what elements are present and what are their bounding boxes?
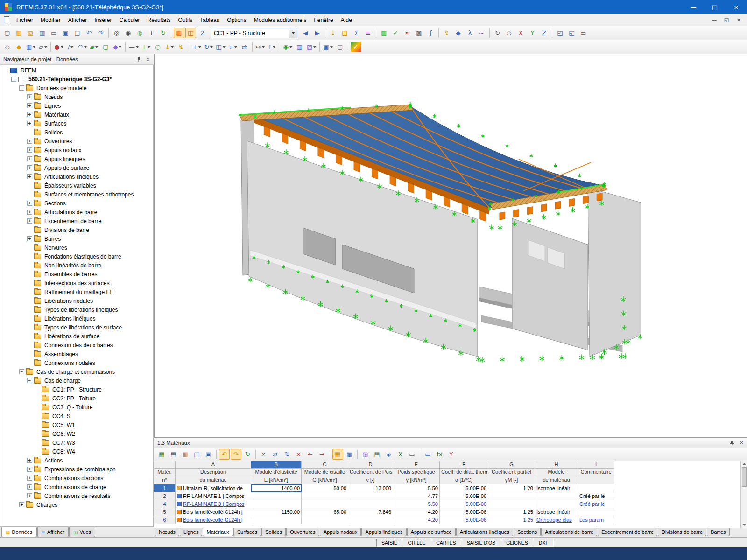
redo-icon[interactable]: ↷	[95, 28, 106, 38]
excel-export-icon[interactable]: X	[395, 449, 406, 460]
imperfection-tool-icon[interactable]: ↯	[176, 42, 186, 52]
cell-F[interactable]: 5.00E-06	[440, 492, 488, 500]
add-modules-icon[interactable]: ◆	[453, 28, 464, 38]
menu-resultats[interactable]: Résultats	[144, 15, 175, 25]
column-letter-A[interactable]: A	[176, 461, 251, 469]
table-tab-solides[interactable]: Solides	[261, 528, 286, 536]
table-tab-n-uds[interactable]: Nœuds	[155, 528, 179, 536]
cell-H[interactable]	[535, 500, 578, 508]
menu-outils[interactable]: Outils	[175, 15, 197, 25]
table-row-material-5[interactable]: 5Bois lamellé-collé GL24h |1150.0065.007…	[154, 508, 747, 516]
navigator-tab-afficher[interactable]: ≡Afficher	[37, 527, 69, 537]
tree-item-liberations-nodales[interactable]: Libérations nodales	[0, 296, 153, 305]
cell-H[interactable]: Isotrope linéair	[535, 484, 578, 492]
dropdown-caret-icon[interactable]	[262, 46, 265, 48]
calculate-all-icon[interactable]: ▦	[379, 28, 389, 38]
cell-C[interactable]	[302, 492, 348, 500]
dropdown-caret-icon[interactable]	[95, 46, 98, 48]
tree-item-cc3-q-toiture[interactable]: CC3: Q - Toiture	[0, 403, 153, 412]
cell-D[interactable]: 7.846	[348, 508, 393, 516]
cell-F[interactable]: 5.00E-06	[440, 500, 488, 508]
tree-item-cc4-s[interactable]: CC4: S	[0, 412, 153, 420]
dimension-icon[interactable]: ↔	[255, 42, 266, 52]
render-mode-icon[interactable]: ▧	[306, 42, 317, 52]
table-tab-surfaces[interactable]: Surfaces	[233, 528, 261, 536]
mdi-restore-button[interactable]: ◱	[721, 17, 732, 23]
cell-E[interactable]: 4.20	[393, 516, 440, 524]
dropdown-caret-icon[interactable]	[273, 46, 275, 48]
dropdown-caret-icon[interactable]	[84, 46, 87, 48]
stability-icon[interactable]: λ	[465, 28, 475, 38]
column-letter-D[interactable]: D	[348, 461, 393, 469]
status-grille[interactable]: GRILLE	[403, 539, 430, 547]
tree-item-appuis-lineiques[interactable]: +Appuis linéiques	[0, 154, 153, 163]
column-letter-E[interactable]: E	[393, 461, 440, 469]
tree-item-fondations-elastiques-de-barre[interactable]: Fondations élastiques de barre	[0, 252, 153, 261]
view-x-icon[interactable]: X	[515, 28, 526, 38]
select-left-icon[interactable]: ←	[305, 449, 316, 460]
open-project-icon[interactable]: ▦	[14, 28, 24, 38]
cell-G[interactable]	[488, 492, 535, 500]
tree-item-charges[interactable]: +Charges	[0, 500, 153, 509]
table-tab-appuis-nodaux[interactable]: Appuis nodaux	[320, 528, 361, 536]
tree-item-ensembles-de-barres[interactable]: Ensembles de barres	[0, 270, 153, 279]
navigator-tab-donnees[interactable]: ▦Données	[1, 527, 37, 537]
tree-item-n-uds[interactable]: +Nœuds	[0, 92, 153, 101]
table-tab-sections[interactable]: Sections	[514, 528, 541, 536]
status-saisie-d-ob[interactable]: SAISIE D'OB	[462, 539, 501, 547]
new-document-icon[interactable]: ▢	[2, 28, 13, 38]
dropdown-caret-icon[interactable]	[70, 46, 73, 48]
tree-item-excentrement-de-barre[interactable]: +Excentrement de barre	[0, 217, 153, 225]
arc-tool-icon[interactable]: ◠	[77, 42, 88, 52]
cell-F[interactable]: 5.00E-06	[440, 484, 488, 492]
save-icon[interactable]: ▥	[37, 28, 48, 38]
row-number[interactable]: 6	[154, 516, 176, 524]
check-model-icon[interactable]: ✓	[390, 28, 401, 38]
mdi-minimize-button[interactable]: —	[709, 17, 720, 23]
print-icon[interactable]: ▭	[49, 28, 59, 38]
expand-icon[interactable]: +	[27, 165, 32, 170]
cell-C[interactable]	[302, 516, 348, 524]
cell-C[interactable]: 65.00	[302, 508, 348, 516]
expand-icon[interactable]: +	[27, 218, 32, 224]
table-tab-appuis-lineiques[interactable]: Appuis linéiques	[361, 528, 406, 536]
dropdown-caret-icon[interactable]	[61, 46, 63, 48]
status-saisie[interactable]: SAISIE	[376, 539, 402, 547]
cell-D[interactable]	[348, 492, 393, 500]
support-tool-icon[interactable]: ⊥	[141, 42, 151, 52]
cell-C[interactable]	[302, 500, 348, 508]
menu-aide[interactable]: Aide	[337, 15, 356, 25]
model-viewport[interactable]	[154, 54, 747, 437]
column-letter-C[interactable]: C	[302, 461, 348, 469]
dropdown-caret-icon[interactable]	[210, 46, 213, 48]
tree-item-non-linearites-de-barre[interactable]: Non-linéarités de barre	[0, 261, 153, 270]
text-comment-icon[interactable]: T	[267, 42, 277, 52]
table-tab-articulations-de-barre[interactable]: Articulations de barre	[541, 528, 597, 536]
rotate-icon[interactable]: ↻	[203, 42, 214, 52]
select-special-icon[interactable]: ▣	[322, 42, 333, 52]
tree-item-cc8-w4[interactable]: CC8: W4	[0, 447, 153, 456]
work-plane-icon[interactable]: ▱	[37, 42, 48, 52]
combinations-icon[interactable]: Σ	[351, 28, 362, 38]
table-row-insert-icon[interactable]: ▤	[168, 449, 179, 460]
cell-A[interactable]: RF-LAMINATE 1 | Compos	[176, 492, 251, 500]
select-right-icon[interactable]: →	[317, 449, 327, 460]
expand-icon[interactable]: +	[27, 484, 32, 490]
minimize-button[interactable]: —	[683, 0, 704, 14]
close-button[interactable]: ×	[726, 0, 747, 14]
row-number[interactable]: 2	[154, 492, 176, 500]
table-tab-appuis-de-surface[interactable]: Appuis de surface	[407, 528, 456, 536]
tree-item-assemblages[interactable]: Assemblages	[0, 350, 153, 358]
cell-B[interactable]: 1400.00	[251, 484, 302, 492]
zoom-in-icon[interactable]: ◉	[123, 28, 134, 38]
connect-icon[interactable]: ⇄	[239, 42, 250, 52]
tree-item-nervures[interactable]: Nervures	[0, 243, 153, 252]
expand-icon[interactable]: +	[27, 156, 32, 161]
cell-I[interactable]: Les param	[578, 516, 614, 524]
tree-item-combinaisons-de-resultats[interactable]: +Combinaisons de résultats	[0, 491, 153, 500]
cell-A[interactable]: Ultralam-R, sollicitation de	[176, 484, 251, 492]
close-table-icon[interactable]: ×	[738, 439, 745, 446]
edit-selection-icon[interactable]: ◇	[2, 42, 13, 52]
tree-item-ouvertures[interactable]: +Ouvertures	[0, 137, 153, 146]
cell-I[interactable]	[578, 508, 614, 516]
